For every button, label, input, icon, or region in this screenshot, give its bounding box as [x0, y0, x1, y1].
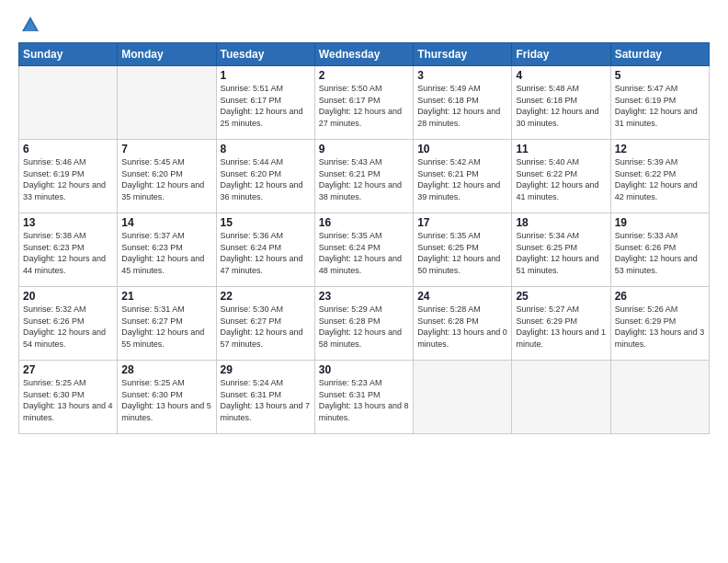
day-info: Sunrise: 5:45 AM Sunset: 6:20 PM Dayligh… — [121, 156, 211, 202]
day-info: Sunrise: 5:43 AM Sunset: 6:21 PM Dayligh… — [319, 156, 409, 202]
day-info: Sunrise: 5:47 AM Sunset: 6:19 PM Dayligh… — [615, 83, 705, 129]
calendar-cell — [118, 66, 216, 140]
calendar-cell: 11Sunrise: 5:40 AM Sunset: 6:22 PM Dayli… — [512, 140, 610, 213]
day-info: Sunrise: 5:37 AM Sunset: 6:23 PM Dayligh… — [121, 230, 211, 276]
header-thursday: Thursday — [414, 43, 512, 66]
calendar-cell: 24Sunrise: 5:28 AM Sunset: 6:28 PM Dayli… — [414, 287, 512, 361]
header-sunday: Sunday — [19, 43, 118, 66]
day-info: Sunrise: 5:28 AM Sunset: 6:28 PM Dayligh… — [417, 304, 507, 350]
calendar-cell: 22Sunrise: 5:30 AM Sunset: 6:27 PM Dayli… — [216, 287, 314, 361]
week-row-4: 20Sunrise: 5:32 AM Sunset: 6:26 PM Dayli… — [19, 287, 710, 361]
calendar-cell: 3Sunrise: 5:49 AM Sunset: 6:18 PM Daylig… — [414, 66, 512, 140]
calendar-cell: 18Sunrise: 5:34 AM Sunset: 6:25 PM Dayli… — [512, 213, 610, 287]
calendar-cell: 14Sunrise: 5:37 AM Sunset: 6:23 PM Dayli… — [118, 213, 216, 287]
day-number: 19 — [615, 216, 705, 229]
day-info: Sunrise: 5:31 AM Sunset: 6:27 PM Dayligh… — [121, 304, 211, 350]
calendar-cell: 5Sunrise: 5:47 AM Sunset: 6:19 PM Daylig… — [610, 66, 709, 140]
day-number: 21 — [121, 290, 211, 303]
calendar-cell: 8Sunrise: 5:44 AM Sunset: 6:20 PM Daylig… — [216, 140, 314, 213]
day-number: 17 — [417, 216, 507, 229]
day-info: Sunrise: 5:44 AM Sunset: 6:20 PM Dayligh… — [221, 156, 311, 202]
day-info: Sunrise: 5:30 AM Sunset: 6:27 PM Dayligh… — [221, 304, 311, 350]
week-row-2: 6Sunrise: 5:46 AM Sunset: 6:19 PM Daylig… — [19, 140, 710, 213]
page: Sunday Monday Tuesday Wednesday Thursday… — [0, 0, 728, 563]
day-number: 22 — [221, 290, 311, 303]
week-row-5: 27Sunrise: 5:25 AM Sunset: 6:30 PM Dayli… — [19, 361, 710, 434]
day-info: Sunrise: 5:35 AM Sunset: 6:25 PM Dayligh… — [417, 230, 507, 276]
day-info: Sunrise: 5:25 AM Sunset: 6:30 PM Dayligh… — [121, 377, 211, 423]
header-saturday: Saturday — [610, 43, 709, 66]
calendar: Sunday Monday Tuesday Wednesday Thursday… — [18, 42, 710, 434]
day-number: 30 — [319, 363, 409, 376]
day-number: 3 — [417, 69, 507, 82]
day-number: 15 — [221, 216, 311, 229]
day-info: Sunrise: 5:26 AM Sunset: 6:29 PM Dayligh… — [615, 304, 705, 350]
day-number: 8 — [221, 143, 311, 155]
header-wednesday: Wednesday — [314, 43, 413, 66]
calendar-cell: 20Sunrise: 5:32 AM Sunset: 6:26 PM Dayli… — [19, 287, 118, 361]
day-number: 4 — [516, 69, 606, 82]
days-header-row: Sunday Monday Tuesday Wednesday Thursday… — [19, 43, 710, 66]
day-number: 29 — [221, 363, 311, 376]
calendar-cell: 23Sunrise: 5:29 AM Sunset: 6:28 PM Dayli… — [314, 287, 413, 361]
calendar-cell: 19Sunrise: 5:33 AM Sunset: 6:26 PM Dayli… — [610, 213, 709, 287]
day-info: Sunrise: 5:39 AM Sunset: 6:22 PM Dayligh… — [615, 156, 705, 202]
day-info: Sunrise: 5:25 AM Sunset: 6:30 PM Dayligh… — [23, 377, 113, 423]
day-number: 5 — [615, 69, 705, 82]
day-info: Sunrise: 5:40 AM Sunset: 6:22 PM Dayligh… — [516, 156, 606, 202]
day-info: Sunrise: 5:35 AM Sunset: 6:24 PM Dayligh… — [319, 230, 409, 276]
week-row-1: 1Sunrise: 5:51 AM Sunset: 6:17 PM Daylig… — [19, 66, 710, 140]
calendar-cell: 30Sunrise: 5:23 AM Sunset: 6:31 PM Dayli… — [314, 361, 413, 434]
day-number: 26 — [615, 290, 705, 303]
day-number: 11 — [516, 143, 606, 155]
day-number: 13 — [23, 216, 113, 229]
calendar-cell: 16Sunrise: 5:35 AM Sunset: 6:24 PM Dayli… — [314, 213, 413, 287]
day-info: Sunrise: 5:34 AM Sunset: 6:25 PM Dayligh… — [516, 230, 606, 276]
day-info: Sunrise: 5:29 AM Sunset: 6:28 PM Dayligh… — [319, 304, 409, 350]
day-info: Sunrise: 5:48 AM Sunset: 6:18 PM Dayligh… — [516, 83, 606, 129]
header-tuesday: Tuesday — [216, 43, 314, 66]
calendar-cell: 25Sunrise: 5:27 AM Sunset: 6:29 PM Dayli… — [512, 287, 610, 361]
calendar-cell — [610, 361, 709, 434]
calendar-cell: 12Sunrise: 5:39 AM Sunset: 6:22 PM Dayli… — [610, 140, 709, 213]
day-info: Sunrise: 5:38 AM Sunset: 6:23 PM Dayligh… — [23, 230, 113, 276]
day-number: 25 — [516, 290, 606, 303]
day-info: Sunrise: 5:42 AM Sunset: 6:21 PM Dayligh… — [417, 156, 507, 202]
header-monday: Monday — [118, 43, 216, 66]
calendar-cell: 28Sunrise: 5:25 AM Sunset: 6:30 PM Dayli… — [118, 361, 216, 434]
calendar-cell: 2Sunrise: 5:50 AM Sunset: 6:17 PM Daylig… — [314, 66, 413, 140]
calendar-cell — [19, 66, 118, 140]
calendar-cell: 17Sunrise: 5:35 AM Sunset: 6:25 PM Dayli… — [414, 213, 512, 287]
calendar-cell: 4Sunrise: 5:48 AM Sunset: 6:18 PM Daylig… — [512, 66, 610, 140]
day-info: Sunrise: 5:32 AM Sunset: 6:26 PM Dayligh… — [23, 304, 113, 350]
calendar-cell — [512, 361, 610, 434]
calendar-cell: 29Sunrise: 5:24 AM Sunset: 6:31 PM Dayli… — [216, 361, 314, 434]
day-number: 28 — [121, 363, 211, 376]
calendar-cell: 26Sunrise: 5:26 AM Sunset: 6:29 PM Dayli… — [610, 287, 709, 361]
day-info: Sunrise: 5:49 AM Sunset: 6:18 PM Dayligh… — [417, 83, 507, 129]
calendar-cell — [414, 361, 512, 434]
day-info: Sunrise: 5:50 AM Sunset: 6:17 PM Dayligh… — [319, 83, 409, 129]
header — [18, 15, 710, 35]
calendar-cell: 7Sunrise: 5:45 AM Sunset: 6:20 PM Daylig… — [118, 140, 216, 213]
day-number: 14 — [121, 216, 211, 229]
week-row-3: 13Sunrise: 5:38 AM Sunset: 6:23 PM Dayli… — [19, 213, 710, 287]
calendar-cell: 1Sunrise: 5:51 AM Sunset: 6:17 PM Daylig… — [216, 66, 314, 140]
calendar-cell: 9Sunrise: 5:43 AM Sunset: 6:21 PM Daylig… — [314, 140, 413, 213]
header-friday: Friday — [512, 43, 610, 66]
day-number: 16 — [319, 216, 409, 229]
day-info: Sunrise: 5:27 AM Sunset: 6:29 PM Dayligh… — [516, 304, 606, 350]
day-number: 18 — [516, 216, 606, 229]
logo-icon — [20, 15, 40, 35]
calendar-cell: 15Sunrise: 5:36 AM Sunset: 6:24 PM Dayli… — [216, 213, 314, 287]
day-number: 6 — [23, 143, 113, 155]
day-number: 10 — [417, 143, 507, 155]
day-number: 27 — [23, 363, 113, 376]
day-number: 20 — [23, 290, 113, 303]
calendar-cell: 27Sunrise: 5:25 AM Sunset: 6:30 PM Dayli… — [19, 361, 118, 434]
day-info: Sunrise: 5:51 AM Sunset: 6:17 PM Dayligh… — [221, 83, 311, 129]
day-number: 7 — [121, 143, 211, 155]
day-number: 12 — [615, 143, 705, 155]
calendar-cell: 10Sunrise: 5:42 AM Sunset: 6:21 PM Dayli… — [414, 140, 512, 213]
day-number: 1 — [221, 69, 311, 82]
